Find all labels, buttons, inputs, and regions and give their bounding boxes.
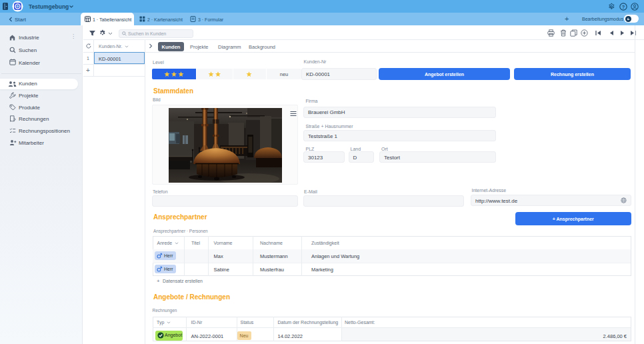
svg-text:?: ?: [622, 4, 625, 10]
